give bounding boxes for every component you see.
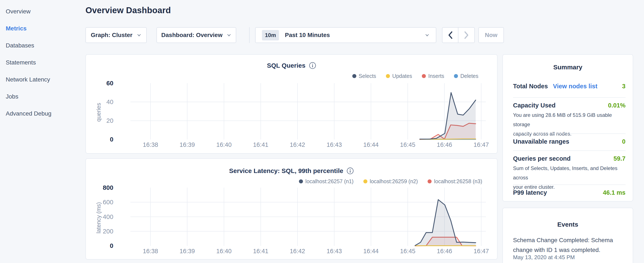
sql-queries-chart-panel: SQL Queries SelectsUpdatesInsertsDeletes… — [86, 54, 498, 154]
summary-heading: Summary — [503, 64, 633, 71]
y-tick-label: 400 — [103, 213, 113, 220]
x-tick-label: 16:45 — [400, 141, 416, 148]
sidebar-item-overview[interactable]: Overview — [6, 3, 85, 20]
sidebar-item-metrics[interactable]: Metrics — [6, 20, 85, 37]
capacity-used-label: Capacity Used — [513, 102, 556, 109]
qps-description: Sum of Selects, Updates, Inserts, and De… — [513, 164, 629, 192]
chevron-down-icon — [425, 33, 430, 38]
service-latency-chart[interactable]: 020040060080016:3816:3916:4016:4116:4216… — [86, 159, 497, 259]
y-tick-label: 200 — [103, 228, 113, 235]
y-tick-label: 600 — [103, 198, 113, 205]
time-window-badge: 10m — [262, 30, 279, 41]
chevron-down-icon — [137, 33, 142, 38]
x-tick-label: 16:39 — [180, 141, 195, 148]
capacity-used-value: 0.01% — [608, 102, 626, 109]
metrics-page: Overview Metrics Databases Statements Ne… — [0, 0, 644, 263]
x-tick-label: 16:38 — [143, 141, 158, 148]
sidebar-item-network-latency[interactable]: Network Latency — [6, 71, 85, 88]
toolbar: Graph: Cluster Dashboard: Overview 10m P… — [86, 27, 511, 43]
x-tick-label: 16:41 — [253, 141, 268, 148]
x-tick-label: 16:41 — [253, 248, 268, 254]
summary-row-unavailable-ranges: Unavailable ranges 0 — [513, 138, 626, 145]
time-step-button-group — [442, 27, 475, 43]
unavailable-ranges-value: 0 — [622, 138, 626, 145]
view-nodes-list-link[interactable]: View nodes list — [553, 83, 598, 90]
x-tick-label: 16:40 — [216, 248, 232, 254]
queries-per-second-value: 59.7 — [614, 155, 626, 162]
sidebar-item-advanced-debug[interactable]: Advanced Debug — [6, 105, 85, 122]
graph-scope-dropdown[interactable]: Graph: Cluster — [86, 27, 147, 43]
sidebar-item-databases[interactable]: Databases — [6, 37, 85, 54]
sql-queries-chart[interactable]: 020406016:3816:3916:4016:4116:4216:4316:… — [86, 55, 497, 153]
y-tick-label: 40 — [106, 98, 113, 105]
summary-row-p99-latency: P99 latency 46.1 ms — [513, 189, 626, 196]
x-tick-label: 16:47 — [474, 141, 489, 148]
divider — [513, 133, 626, 134]
x-tick-label: 16:38 — [143, 248, 158, 254]
summary-row-qps: Queries per second 59.7 — [513, 155, 626, 162]
page-title: Overview Dashboard — [86, 6, 171, 15]
service-latency-chart-panel: Service Latency: SQL, 99th percentile lo… — [86, 158, 498, 259]
p99-latency-label: P99 latency — [513, 189, 547, 196]
x-tick-label: 16:42 — [290, 248, 305, 254]
capacity-description: You are using 28.6 MiB of 515.9 GiB usab… — [513, 110, 629, 139]
graph-scope-label: Graph: Cluster — [91, 32, 132, 39]
y-tick-label: 800 — [103, 184, 113, 191]
total-nodes-label: Total Nodes — [513, 83, 548, 90]
next-time-window-button[interactable] — [458, 28, 474, 43]
dashboard-label: Dashboard: Overview — [161, 32, 222, 39]
x-tick-label: 16:45 — [400, 248, 416, 254]
divider — [513, 97, 626, 98]
x-tick-label: 16:40 — [216, 141, 232, 148]
sidebar: Overview Metrics Databases Statements Ne… — [0, 0, 85, 122]
sidebar-item-jobs[interactable]: Jobs — [6, 88, 85, 105]
x-tick-label: 16:46 — [437, 141, 452, 148]
x-tick-label: 16:39 — [180, 248, 195, 254]
y-tick-label: 0 — [110, 136, 114, 143]
queries-per-second-label: Queries per second — [513, 155, 571, 162]
previous-time-window-button[interactable] — [442, 28, 458, 43]
divider — [513, 150, 626, 151]
y-tick-label: 0 — [110, 242, 114, 249]
time-window-label: Past 10 Minutes — [285, 32, 330, 39]
x-tick-label: 16:47 — [474, 248, 489, 254]
event-item-timestamp: May 13, 2020 at 4:45 PM — [513, 254, 575, 261]
x-tick-label: 16:44 — [363, 141, 379, 148]
sidebar-item-statements[interactable]: Statements — [6, 54, 85, 71]
events-panel: Events Schema Change Completed: Schema c… — [502, 208, 633, 263]
summary-panel: Summary Total Nodes View nodes list 3 Ca… — [502, 54, 633, 201]
summary-row-total-nodes: Total Nodes View nodes list 3 — [513, 83, 626, 90]
divider — [513, 184, 626, 185]
x-tick-label: 16:44 — [363, 248, 379, 254]
summary-row-capacity: Capacity Used 0.01% — [513, 102, 626, 109]
x-tick-label: 16:43 — [326, 248, 342, 254]
x-tick-label: 16:42 — [290, 141, 305, 148]
time-window-dropdown[interactable]: 10m Past 10 Minutes — [255, 27, 436, 43]
toolbar-divider — [249, 27, 250, 43]
x-tick-label: 16:46 — [437, 248, 452, 254]
chevron-down-icon — [227, 33, 231, 38]
events-heading: Events — [503, 221, 633, 228]
x-tick-label: 16:43 — [326, 141, 342, 148]
chevron-right-icon — [464, 31, 469, 39]
y-tick-label: 60 — [106, 80, 113, 87]
now-button[interactable]: Now — [478, 27, 504, 43]
dashboard-dropdown[interactable]: Dashboard: Overview — [156, 27, 236, 43]
chevron-left-icon — [448, 31, 453, 39]
p99-latency-value: 46.1 ms — [603, 189, 626, 196]
total-nodes-value: 3 — [622, 83, 626, 90]
unavailable-ranges-label: Unavailable ranges — [513, 138, 569, 145]
event-item-text[interactable]: Schema Change Completed: Schema change w… — [513, 235, 615, 255]
y-tick-label: 20 — [106, 117, 113, 124]
